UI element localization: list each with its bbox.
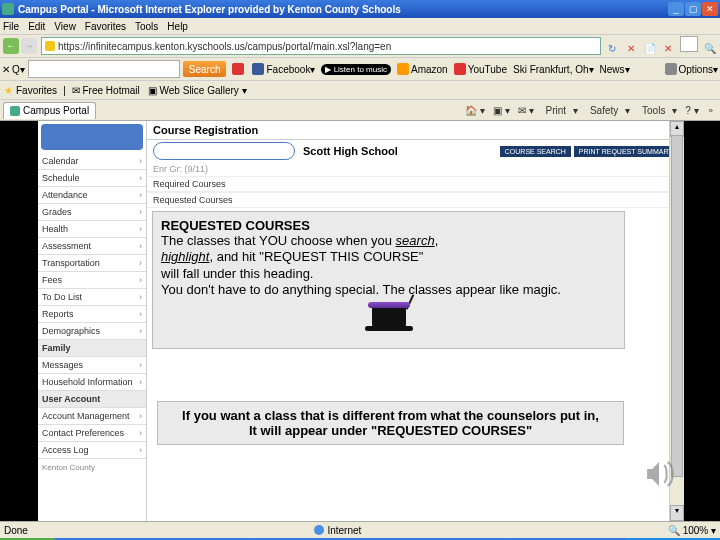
menu-bar: File Edit View Favorites Tools Help: [0, 18, 720, 35]
hotmail-link[interactable]: ✉ Free Hotmail: [72, 85, 140, 96]
zone-label: Internet: [327, 525, 361, 536]
callout-requested: REQUESTED COURSES The classes that YOU c…: [152, 211, 625, 349]
maximize-button[interactable]: ▢: [685, 2, 701, 16]
sidebar-item[interactable]: Contact Preferences›: [38, 425, 146, 442]
page-title: Course Registration: [147, 121, 684, 140]
search-go-icon[interactable]: 🔍: [703, 42, 717, 56]
compat-icon[interactable]: 📄: [643, 42, 657, 56]
star-icon[interactable]: ★: [4, 85, 13, 96]
menu-tools[interactable]: Tools: [135, 21, 158, 32]
course-search-button[interactable]: COURSE SEARCH: [500, 146, 571, 157]
sidebar-item[interactable]: Reports›: [38, 306, 146, 323]
news-item[interactable]: News ▾: [600, 64, 630, 75]
amazon-item[interactable]: Amazon: [397, 63, 448, 75]
youtube-item[interactable]: YouTube: [454, 63, 507, 75]
sidebar-item[interactable]: Grades›: [38, 204, 146, 221]
lock-icon: [45, 41, 55, 51]
zoom-label[interactable]: 🔍 100% ▾: [668, 525, 716, 536]
menu-help[interactable]: Help: [167, 21, 188, 32]
portal-sidebar: Calendar› Schedule› Attendance› Grades› …: [38, 121, 147, 521]
globe-icon: [314, 525, 324, 535]
callout-title: REQUESTED COURSES: [161, 218, 616, 233]
menu-file[interactable]: File: [3, 21, 19, 32]
browser-search-input[interactable]: [680, 36, 698, 52]
toolbar-logo-icon: ✕: [2, 64, 10, 75]
sidebar-item[interactable]: Assessment›: [38, 238, 146, 255]
slide-margin-left: [0, 121, 38, 521]
webslice-link[interactable]: ▣ Web Slice Gallery ▾: [148, 85, 247, 96]
sidebar-item[interactable]: Account Management›: [38, 408, 146, 425]
forward-button[interactable]: →: [21, 38, 37, 54]
school-name: Scott High School: [303, 145, 398, 157]
sidebar-item[interactable]: Household Information›: [38, 374, 146, 391]
url-input[interactable]: https://infinitecampus.kenton.kyschools.…: [41, 37, 601, 55]
avg-toolbar: ✕ Q▾ Search Facebook ▾ ▶ Listen to music…: [0, 58, 720, 81]
school-pill: [153, 142, 295, 160]
address-bar: ← → https://infinitecampus.kenton.kyscho…: [0, 35, 720, 58]
menu-favorites[interactable]: Favorites: [85, 21, 126, 32]
sidebar-item[interactable]: Access Log›: [38, 442, 146, 459]
url-text: https://infinitecampus.kenton.kyschools.…: [58, 41, 391, 52]
menu-view[interactable]: View: [54, 21, 76, 32]
sidebar-item[interactable]: Demographics›: [38, 323, 146, 340]
feeds-icon[interactable]: ▣ ▾: [493, 105, 510, 116]
slide-margin-right: [684, 121, 720, 521]
magic-hat-icon: [365, 302, 413, 338]
avg-item[interactable]: [232, 63, 246, 75]
minimize-button[interactable]: _: [668, 2, 684, 16]
help-icon[interactable]: ? ▾: [685, 105, 698, 116]
favorites-button[interactable]: Favorites: [16, 85, 57, 96]
app-icon: [2, 3, 14, 15]
scroll-down-button[interactable]: ▾: [670, 505, 684, 521]
status-done: Done: [4, 525, 28, 536]
stop-icon[interactable]: ✕: [624, 42, 638, 56]
window-titlebar: Campus Portal - Microsoft Internet Explo…: [0, 0, 720, 18]
favorites-bar: ★ Favorites | ✉ Free Hotmail ▣ Web Slice…: [0, 81, 720, 100]
sidebar-item[interactable]: Schedule›: [38, 170, 146, 187]
mail-icon[interactable]: ✉ ▾: [518, 105, 534, 116]
sidebar-item[interactable]: Transportation›: [38, 255, 146, 272]
safety-menu[interactable]: Safety ▾: [586, 105, 630, 116]
school-bar: Scott High School COURSE SEARCH PRINT RE…: [147, 140, 684, 162]
sidebar-header-family: Family: [38, 340, 146, 357]
callout-body: The classes that YOU choose when you sea…: [161, 233, 616, 298]
scroll-thumb[interactable]: [671, 135, 683, 477]
toolbar-search-button[interactable]: Search: [183, 61, 227, 77]
tab-strip: Campus Portal 🏠 ▾ ▣ ▾ ✉ ▾ Print ▾ Safety…: [0, 100, 720, 121]
toolbar-search-input[interactable]: [28, 60, 180, 78]
print-summary-button[interactable]: PRINT REQUEST SUMMARY: [574, 146, 678, 157]
portal-main: Course Registration Scott High School CO…: [147, 121, 684, 521]
tab-campus-portal[interactable]: Campus Portal: [3, 102, 96, 119]
ie-status-bar: Done Internet 🔍 100% ▾: [0, 521, 720, 538]
search-provider-icon[interactable]: ✕: [661, 42, 675, 56]
address-right: ↻ ✕ 📄 ✕ 🔍: [604, 36, 718, 56]
home-icon[interactable]: 🏠 ▾: [465, 105, 485, 116]
student-name-box[interactable]: [41, 124, 143, 150]
callout-bottom: If you want a class that is different fr…: [157, 401, 624, 445]
sidebar-item[interactable]: Fees›: [38, 272, 146, 289]
sidebar-item[interactable]: Attendance›: [38, 187, 146, 204]
print-menu[interactable]: Print ▾: [542, 105, 578, 116]
sidebar-item[interactable]: To Do List›: [38, 289, 146, 306]
options-item[interactable]: Options ▾: [665, 63, 718, 75]
speaker-overlay-icon: [642, 457, 676, 491]
window-title: Campus Portal - Microsoft Internet Explo…: [18, 4, 667, 15]
tools-menu[interactable]: Tools ▾: [638, 105, 677, 116]
district-label: Kenton County: [38, 459, 146, 476]
back-button[interactable]: ←: [3, 38, 19, 54]
sidebar-item[interactable]: Messages›: [38, 357, 146, 374]
refresh-icon[interactable]: ↻: [605, 42, 619, 56]
sidebar-item[interactable]: Calendar›: [38, 153, 146, 170]
page-content: Calendar› Schedule› Attendance› Grades› …: [0, 121, 720, 521]
menu-edit[interactable]: Edit: [28, 21, 45, 32]
sidebar-item[interactable]: Health›: [38, 221, 146, 238]
close-button[interactable]: ✕: [702, 2, 718, 16]
sidebar-header-user: User Account: [38, 391, 146, 408]
enrollment-label: Enr Gr: (9/11): [147, 162, 684, 176]
weather-item[interactable]: Ski Frankfurt, Oh ▾: [513, 64, 594, 75]
requested-courses-header: Requested Courses: [147, 192, 684, 208]
facebook-item[interactable]: Facebook ▾: [252, 63, 315, 75]
required-courses-header: Required Courses: [147, 176, 684, 192]
music-item[interactable]: ▶ Listen to music: [321, 64, 391, 75]
